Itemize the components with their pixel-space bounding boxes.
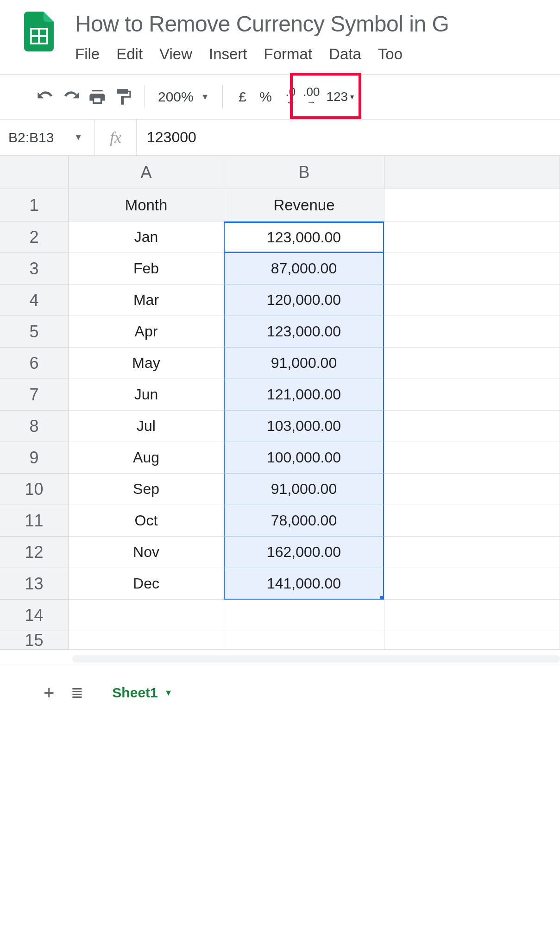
format-percent-button[interactable]: % — [254, 89, 277, 105]
formula-input[interactable]: 123000 — [137, 129, 560, 146]
row-header[interactable]: 15 — [0, 631, 69, 650]
cell-C7[interactable] — [384, 379, 560, 411]
zoom-value: 200% — [158, 89, 194, 105]
horizontal-scrollbar[interactable] — [72, 654, 560, 664]
dropdown-caret-icon: ▼ — [201, 92, 209, 102]
cell-C13[interactable] — [384, 568, 560, 600]
print-button[interactable] — [84, 84, 110, 110]
column-header-A[interactable]: A — [69, 156, 224, 189]
cell-B15[interactable] — [224, 631, 384, 650]
cell-A8[interactable]: Jul — [69, 411, 224, 442]
fx-icon: fx — [95, 120, 137, 155]
more-formats-button[interactable]: 123 ▼ — [326, 89, 355, 104]
cell-B7[interactable]: 121,000.00 — [224, 379, 384, 411]
increase-decimal-label: .00 — [303, 87, 320, 96]
cell-B2[interactable]: 123,000.00 — [224, 221, 384, 253]
select-all-corner[interactable] — [0, 156, 69, 189]
cell-C8[interactable] — [384, 411, 560, 442]
column-header-C[interactable] — [384, 156, 560, 189]
cell-A2[interactable]: Jan — [69, 221, 224, 253]
zoom-select[interactable]: 200% ▼ — [158, 89, 209, 105]
cell-C9[interactable] — [384, 442, 560, 474]
toolbar: 200% ▼ £ % .0 ← .00 → 123 ▼ — [0, 75, 560, 119]
cell-C6[interactable] — [384, 348, 560, 379]
cell-C5[interactable] — [384, 316, 560, 348]
cell-B3[interactable]: 87,000.00 — [224, 253, 384, 285]
add-sheet-button[interactable]: + — [44, 683, 54, 703]
cell-B13[interactable]: 141,000.00 — [224, 568, 384, 600]
cell-B14[interactable] — [224, 600, 384, 631]
row-header[interactable]: 9 — [0, 442, 69, 474]
more-formats-label: 123 — [326, 89, 348, 104]
cell-A14[interactable] — [69, 600, 224, 631]
cell-A12[interactable]: Nov — [69, 537, 224, 568]
cell-C4[interactable] — [384, 285, 560, 316]
row-header[interactable]: 8 — [0, 411, 69, 442]
cell-A15[interactable] — [69, 631, 224, 650]
cell-B1[interactable]: Revenue — [224, 189, 384, 221]
row-header[interactable]: 11 — [0, 505, 69, 537]
row-header[interactable]: 13 — [0, 568, 69, 600]
cell-C10[interactable] — [384, 474, 560, 505]
cell-A10[interactable]: Sep — [69, 474, 224, 505]
row-header[interactable]: 3 — [0, 253, 69, 285]
row-header[interactable]: 2 — [0, 221, 69, 253]
document-title[interactable]: How to Remove Currency Symbol in G — [75, 11, 560, 37]
cell-A3[interactable]: Feb — [69, 253, 224, 285]
cell-A13[interactable]: Dec — [69, 568, 224, 600]
cell-B12[interactable]: 162,000.00 — [224, 537, 384, 568]
cell-C2[interactable] — [384, 221, 560, 253]
row-header[interactable]: 5 — [0, 316, 69, 348]
menu-data[interactable]: Data — [329, 45, 361, 63]
cell-C12[interactable] — [384, 537, 560, 568]
cell-B13-value: 141,000.00 — [267, 575, 341, 592]
dropdown-caret-icon: ▼ — [164, 688, 173, 698]
undo-button[interactable] — [32, 84, 58, 110]
cell-B9[interactable]: 100,000.00 — [224, 442, 384, 474]
cell-C14[interactable] — [384, 600, 560, 631]
row-header[interactable]: 6 — [0, 348, 69, 379]
sheet-tab-active[interactable]: Sheet1 ▼ — [100, 678, 184, 707]
cell-B10[interactable]: 91,000.00 — [224, 474, 384, 505]
cell-C11[interactable] — [384, 505, 560, 537]
menu-format[interactable]: Format — [264, 45, 313, 63]
sheets-logo[interactable] — [23, 11, 55, 52]
row-header[interactable]: 4 — [0, 285, 69, 316]
format-currency-button[interactable]: £ — [231, 89, 254, 105]
menu-file[interactable]: File — [75, 45, 100, 63]
row-header[interactable]: 7 — [0, 379, 69, 411]
formula-bar: B2:B13 ▼ fx 123000 — [0, 120, 560, 156]
menu-insert[interactable]: Insert — [209, 45, 247, 63]
cell-C3[interactable] — [384, 253, 560, 285]
column-header-B[interactable]: B — [224, 156, 384, 189]
menu-tools[interactable]: Too — [378, 45, 403, 63]
row-header[interactable]: 14 — [0, 600, 69, 631]
row-header[interactable]: 10 — [0, 474, 69, 505]
all-sheets-button[interactable]: ≣ — [71, 684, 83, 702]
cell-A5[interactable]: Apr — [69, 316, 224, 348]
cell-B11[interactable]: 78,000.00 — [224, 505, 384, 537]
cell-A11[interactable]: Oct — [69, 505, 224, 537]
cell-C1[interactable] — [384, 189, 560, 221]
cell-C15[interactable] — [384, 631, 560, 650]
cell-B8[interactable]: 103,000.00 — [224, 411, 384, 442]
cell-B6[interactable]: 91,000.00 — [224, 348, 384, 379]
sheet-tab-label: Sheet1 — [112, 685, 157, 701]
menu-view[interactable]: View — [159, 45, 192, 63]
cell-A7[interactable]: Jun — [69, 379, 224, 411]
name-box-value: B2:B13 — [8, 130, 54, 146]
cell-A1[interactable]: Month — [69, 189, 224, 221]
cell-A4[interactable]: Mar — [69, 285, 224, 316]
cell-B4[interactable]: 120,000.00 — [224, 285, 384, 316]
increase-decimal-button[interactable]: .00 → — [299, 87, 323, 107]
row-header[interactable]: 12 — [0, 537, 69, 568]
cell-B5[interactable]: 123,000.00 — [224, 316, 384, 348]
cell-A6[interactable]: May — [69, 348, 224, 379]
name-box[interactable]: B2:B13 ▼ — [0, 120, 95, 155]
paint-format-button[interactable] — [110, 84, 136, 110]
decrease-decimal-button[interactable]: .0 ← — [282, 87, 300, 107]
row-header[interactable]: 1 — [0, 189, 69, 221]
cell-A9[interactable]: Aug — [69, 442, 224, 474]
redo-button[interactable] — [58, 84, 84, 110]
menu-edit[interactable]: Edit — [116, 45, 143, 63]
